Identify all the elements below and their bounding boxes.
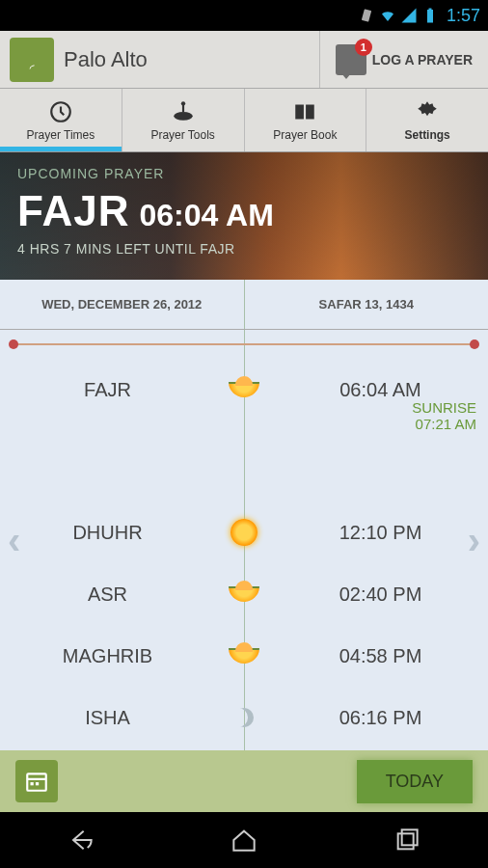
svg-rect-10: [36, 782, 39, 785]
countdown-text: 4 HRS 7 MINS LEFT UNTIL FAJR: [17, 241, 471, 257]
moon-icon: [234, 708, 254, 727]
prayer-row[interactable]: MAGHRIB04:58 PM: [0, 625, 488, 687]
android-navbar: [0, 812, 488, 868]
tab-prayer-tools[interactable]: Prayer Tools: [122, 89, 244, 151]
prayer-time: 06:16 PM: [244, 707, 488, 729]
svg-rect-2: [428, 9, 431, 11]
hijri-date: SAFAR 13, 1434: [244, 280, 489, 329]
prayer-time: 12:10 PM: [244, 522, 488, 544]
prayer-time: 04:58 PM: [244, 645, 488, 667]
date-row: WED, DECEMBER 26, 2012 SAFAR 13, 1434: [0, 280, 488, 330]
prayer-row[interactable]: ISHA06:16 PM: [0, 687, 488, 748]
calendar-icon: [24, 769, 49, 794]
svg-rect-11: [397, 833, 413, 849]
tab-bar: Prayer Times Prayer Tools Prayer Book Se…: [0, 89, 488, 152]
horizon-sun-icon: [229, 382, 259, 397]
home-button[interactable]: [229, 825, 259, 855]
prayer-row[interactable]: DHUHR12:10 PM: [0, 502, 488, 563]
prayer-timeline: ‹ › SUNRISE 07:21 AM FAJR06:04 AMDHUHR12…: [0, 330, 488, 750]
prayer-name: MAGHRIB: [0, 645, 244, 667]
calendar-button[interactable]: [15, 760, 58, 802]
tab-prayer-times[interactable]: Prayer Times: [0, 89, 122, 151]
svg-point-4: [174, 112, 193, 121]
location-title[interactable]: Palo Alto: [64, 47, 319, 72]
wifi-icon: [379, 7, 396, 24]
clock-icon: [48, 99, 73, 124]
status-bar: 1:57: [0, 0, 488, 31]
back-button[interactable]: [66, 825, 96, 855]
svg-rect-1: [427, 10, 433, 23]
upcoming-prayer-time: 06:04 AM: [139, 198, 273, 233]
upcoming-label: UPCOMING PRAYER: [17, 166, 471, 181]
svg-rect-0: [362, 9, 371, 22]
svg-point-5: [180, 101, 184, 105]
upcoming-prayer-hero: UPCOMING PRAYER FAJR 06:04 AM 4 HRS 7 MI…: [0, 152, 488, 280]
prayer-name: DHUHR: [0, 522, 244, 544]
app-icon[interactable]: ؍: [10, 38, 54, 82]
svg-rect-12: [401, 829, 417, 845]
recent-button[interactable]: [392, 825, 422, 855]
book-icon: [292, 99, 317, 124]
tab-settings[interactable]: Settings: [366, 89, 488, 151]
sun-icon: [230, 519, 258, 546]
signal-icon: [400, 7, 418, 24]
svg-rect-9: [31, 782, 34, 785]
prayer-name: ASR: [0, 583, 244, 606]
prayer-row[interactable]: FAJR06:04 AM: [0, 359, 488, 420]
app-header: ؍ Palo Alto 1 LOG A PRAYER: [0, 31, 488, 89]
gregorian-date: WED, DECEMBER 26, 2012: [0, 280, 244, 329]
log-prayer-label: LOG A PRAYER: [372, 52, 473, 68]
upcoming-prayer-name: FAJR: [17, 187, 129, 235]
notification-badge: 1: [355, 39, 372, 56]
prayer-time: 06:04 AM: [244, 379, 488, 401]
prayer-name: FAJR: [0, 379, 244, 401]
footer-bar: TODAY: [0, 750, 488, 812]
vibrate-icon: [358, 7, 375, 24]
prayer-name: ISHA: [0, 707, 244, 729]
horizon-sun-icon: [229, 648, 259, 664]
prayer-row[interactable]: ASR02:40 PM: [0, 563, 488, 625]
log-prayer-button[interactable]: 1 LOG A PRAYER: [319, 31, 488, 88]
gear-icon: [415, 99, 440, 124]
note-icon: 1: [336, 44, 366, 75]
horizon-sun-icon: [229, 586, 259, 602]
status-time: 1:57: [447, 6, 480, 26]
battery-icon: [421, 7, 439, 24]
today-button[interactable]: TODAY: [357, 760, 473, 803]
prayer-time: 02:40 PM: [244, 583, 488, 606]
timeline-bar: [14, 343, 474, 345]
tab-prayer-book[interactable]: Prayer Book: [244, 89, 366, 151]
tools-icon: [171, 99, 196, 124]
